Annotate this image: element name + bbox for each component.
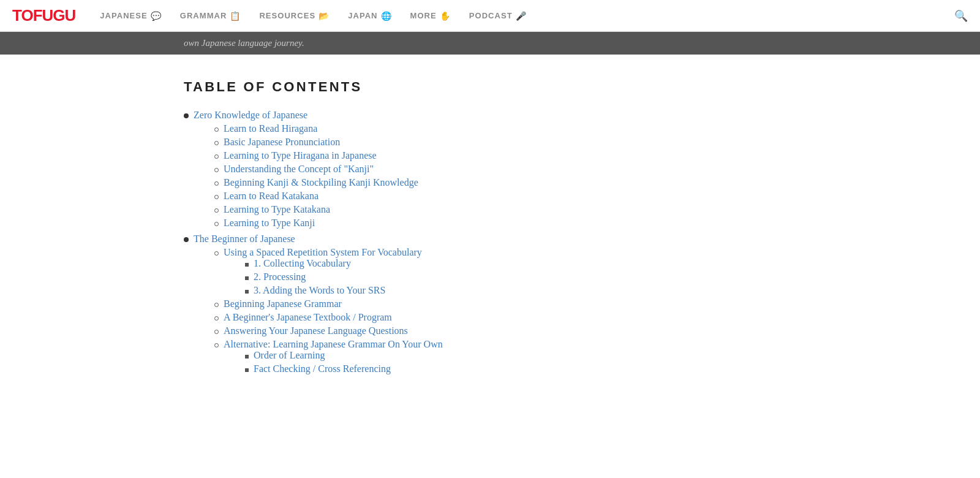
search-button[interactable]: 🔍 [954,9,968,23]
toc-link[interactable]: A Beginner's Japanese Textbook / Program [224,312,392,323]
main-content: TABLE OF CONTENTS Zero Knowledge of Japa… [0,55,980,415]
nav-japanese-label: JAPANESE [100,11,147,20]
toc-link[interactable]: Learn to Read Katakana [224,191,318,202]
toc-link[interactable]: Learning to Type Kanji [224,218,315,229]
list-item: 1. Collecting Vocabulary [245,258,796,269]
banner: own Japanese language journey. [0,32,980,55]
toc-level3-alt: Order of Learning Fact Checking / Cross … [245,350,796,374]
nav-more-label: MORE [410,11,437,20]
toc-section-1-row: Zero Knowledge of Japanese [184,110,796,121]
circle-bullet [214,168,219,172]
japan-icon: 🌐 [381,11,392,21]
toc-link[interactable]: Learn to Read Hiragana [224,123,317,134]
toc-list: Zero Knowledge of Japanese Learn to Read… [184,110,796,374]
toc-section-2-row: The Beginner of Japanese [184,233,796,245]
toc-link[interactable]: Answering Your Japanese Language Questio… [224,325,408,336]
podcast-icon: 🎤 [516,11,527,21]
circle-bullet [214,208,219,213]
circle-bullet [214,330,219,334]
list-item: Basic Japanese Pronunciation [214,137,796,148]
list-item: Fact Checking / Cross Referencing [245,363,796,374]
circle-bullet [214,316,219,321]
list-item: Understanding the Concept of "Kanji" [214,164,796,175]
toc-link[interactable]: Using a Spaced Repetition System For Voc… [224,247,422,258]
toc-level3-srs: 1. Collecting Vocabulary 2. Processing [245,258,796,296]
circle-bullet [214,127,219,132]
site-logo[interactable]: TOFUGU [12,6,75,25]
nav-grammar-label: GRAMMAR [180,11,227,20]
toc-link[interactable]: 3. Adding the Words to Your SRS [254,285,385,296]
list-item: Order of Learning [245,350,796,361]
toc-section-1-children: Learn to Read Hiragana Basic Japanese Pr… [214,123,796,229]
navbar: TOFUGU JAPANESE 💬 GRAMMAR 📋 RESOURCES 📂 … [0,0,980,32]
toc-section-1-link[interactable]: Zero Knowledge of Japanese [194,110,307,121]
list-item: Learn to Read Katakana [214,191,796,202]
japanese-icon: 💬 [151,11,162,21]
toc-section-1: Zero Knowledge of Japanese Learn to Read… [184,110,796,229]
toc-link[interactable]: Fact Checking / Cross Referencing [254,363,391,374]
toc-link[interactable]: Learning to Type Hiragana in Japanese [224,150,377,161]
more-icon: ✋ [440,11,451,21]
list-item: Beginning Japanese Grammar [214,298,796,309]
nav-resources[interactable]: RESOURCES 📂 [259,11,330,21]
list-item: 3. Adding the Words to Your SRS [245,285,796,296]
toc-link[interactable]: Beginning Kanji & Stockpiling Kanji Know… [224,177,418,188]
list-item: Beginning Kanji & Stockpiling Kanji Know… [214,177,796,188]
square-bullet [245,355,249,358]
circle-bullet [214,343,219,347]
toc-link[interactable]: 2. Processing [254,271,306,283]
nav-items: JAPANESE 💬 GRAMMAR 📋 RESOURCES 📂 JAPAN 🌐… [100,11,954,21]
square-bullet [245,263,249,267]
nav-japan[interactable]: JAPAN 🌐 [348,11,391,21]
toc-link[interactable]: Basic Japanese Pronunciation [224,137,340,148]
list-item: A Beginner's Japanese Textbook / Program [214,312,796,323]
toc-link[interactable]: Alternative: Learning Japanese Grammar O… [224,339,443,350]
circle-bullet [214,303,219,307]
toc-link[interactable]: 1. Collecting Vocabulary [254,258,351,269]
toc-section-2: The Beginner of Japanese Using a Spaced … [184,233,796,374]
circle-bullet [214,195,219,199]
list-item: Learning to Type Katakana [214,204,796,215]
resources-icon: 📂 [318,11,330,21]
circle-bullet [214,154,219,159]
nav-podcast[interactable]: PODCAST 🎤 [469,11,527,21]
nav-podcast-label: PODCAST [469,11,513,20]
toc-section-2-children: Using a Spaced Repetition System For Voc… [214,247,796,374]
nav-more[interactable]: MORE ✋ [410,11,451,21]
toc-link[interactable]: Understanding the Concept of "Kanji" [224,164,374,175]
nav-japan-label: JAPAN [348,11,377,20]
list-item: Alternative: Learning Japanese Grammar O… [214,339,796,374]
square-bullet [245,368,249,372]
square-bullet [245,276,249,280]
list-item: 2. Processing [245,271,796,283]
toc-title: TABLE OF CONTENTS [184,79,796,95]
list-item: Answering Your Japanese Language Questio… [214,325,796,336]
banner-text: own Japanese language journey. [184,38,304,48]
nav-japanese[interactable]: JAPANESE 💬 [100,11,161,21]
nav-grammar[interactable]: GRAMMAR 📋 [180,11,241,21]
list-item: Learning to Type Kanji [214,218,796,229]
toc-link[interactable]: Learning to Type Katakana [224,204,330,215]
toc-section-2-link[interactable]: The Beginner of Japanese [194,233,295,245]
list-item: Learning to Type Hiragana in Japanese [214,150,796,161]
circle-bullet [214,251,219,256]
square-bullet [245,290,249,294]
list-item: Using a Spaced Repetition System For Voc… [214,247,796,296]
toc-link[interactable]: Order of Learning [254,350,325,361]
list-item: Learn to Read Hiragana [214,123,796,134]
grammar-icon: 📋 [230,11,241,21]
circle-bullet [214,222,219,226]
nav-resources-label: RESOURCES [259,11,315,20]
toc-link[interactable]: Beginning Japanese Grammar [224,298,342,309]
circle-bullet [214,181,219,186]
bullet-dot-1 [184,113,189,118]
bullet-dot-2 [184,237,189,242]
circle-bullet [214,141,219,145]
